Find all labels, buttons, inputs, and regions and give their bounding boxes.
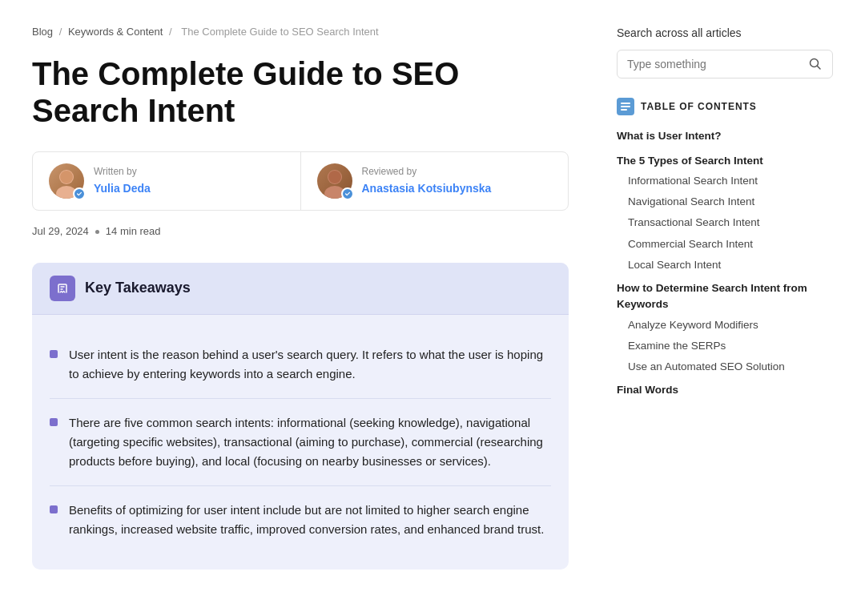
- toc-item-final: Final Words: [617, 380, 833, 400]
- bullet-3: [50, 505, 58, 513]
- toc-link-user-intent[interactable]: What is User Intent?: [617, 127, 833, 146]
- toc-sub-item-modifiers: Analyze Keyword Modifiers: [628, 316, 833, 334]
- toc-item-determine: How to Determine Search Intent from Keyw…: [617, 279, 833, 376]
- svg-rect-8: [621, 106, 630, 107]
- takeaway-item-3: Benefits of optimizing for user intent i…: [50, 486, 551, 554]
- author-avatar-yulia: [49, 163, 84, 199]
- toc-sub-item-commercial: Commercial Search Intent: [628, 236, 833, 253]
- toc-link-modifiers[interactable]: Analyze Keyword Modifiers: [628, 316, 833, 334]
- toc-sub-5-types: Informational Search Intent Navigational…: [617, 172, 833, 274]
- author-name-anastasia[interactable]: Anastasia Kotsiubynska: [362, 179, 492, 197]
- toc-icon: [617, 98, 634, 115]
- toc-item-user-intent: What is User Intent?: [617, 127, 833, 146]
- toc-link-final[interactable]: Final Words: [617, 380, 833, 400]
- toc-sub-item-local: Local Search Intent: [628, 256, 833, 274]
- svg-rect-7: [621, 103, 630, 104]
- search-button[interactable]: [808, 57, 823, 71]
- author-info-anastasia: Reviewed by Anastasia Kotsiubynska: [362, 164, 492, 198]
- toc-sub-item-navigational: Navigational Search Intent: [628, 193, 833, 211]
- toc-sub-item-serps: Examine the SERPs: [628, 337, 833, 355]
- search-box: [617, 50, 833, 79]
- toc-link-informational[interactable]: Informational Search Intent: [628, 172, 833, 190]
- meta-separator: [95, 230, 99, 234]
- authors-row: Written by Yulia Deda: [32, 151, 569, 211]
- bullet-2: [50, 418, 58, 426]
- takeaway-item-2: There are five common search intents: in…: [50, 399, 551, 486]
- author-name-yulia[interactable]: Yulia Deda: [94, 179, 151, 197]
- meta-row: Jul 29, 2024 14 min read: [32, 223, 569, 240]
- toc-header: TABLE OF CONTENTS: [617, 98, 833, 115]
- breadcrumb-sep2: /: [169, 26, 175, 38]
- toc-sub-determine: Analyze Keyword Modifiers Examine the SE…: [617, 316, 833, 376]
- breadcrumb-current: The Complete Guide to SEO Search Intent: [181, 26, 378, 38]
- article-title: The Complete Guide to SEO Search Intent: [32, 55, 569, 129]
- toc-link-5-types[interactable]: The 5 Types of Search Intent: [617, 151, 833, 171]
- toc-link-transactional[interactable]: Transactional Search Intent: [628, 214, 833, 232]
- author-info-yulia: Written by Yulia Deda: [94, 164, 151, 198]
- toc-sub-item-transactional: Transactional Search Intent: [628, 214, 833, 232]
- toc-link-local[interactable]: Local Search Intent: [628, 256, 833, 274]
- article-date: Jul 29, 2024: [32, 223, 89, 240]
- toc-link-commercial[interactable]: Commercial Search Intent: [628, 236, 833, 253]
- toc-sub-item-informational: Informational Search Intent: [628, 172, 833, 190]
- takeaway-text-2: There are five common search intents: in…: [69, 413, 551, 471]
- takeaways-title: Key Takeaways: [85, 276, 191, 300]
- toc-link-determine[interactable]: How to Determine Search Intent from Keyw…: [617, 279, 833, 315]
- search-icon: [808, 57, 823, 71]
- takeaway-item-1: User intent is the reason behind a user'…: [50, 331, 551, 399]
- toc-list: What is User Intent? The 5 Types of Sear…: [617, 127, 833, 400]
- search-input[interactable]: [627, 58, 808, 70]
- author-card-reviewer: Reviewed by Anastasia Kotsiubynska: [301, 152, 569, 210]
- toc-title: TABLE OF CONTENTS: [641, 99, 757, 115]
- author-card-writer: Written by Yulia Deda: [33, 152, 301, 210]
- author-badge-anastasia: [341, 187, 354, 200]
- breadcrumb-blog[interactable]: Blog: [32, 26, 53, 38]
- svg-point-2: [60, 171, 73, 183]
- toc-item-5-types: The 5 Types of Search Intent Information…: [617, 151, 833, 275]
- sidebar: Search across all articles TABLE OF CONT…: [617, 24, 833, 570]
- main-content: Blog / Keywords & Content / The Complete…: [32, 24, 569, 570]
- svg-point-5: [328, 171, 341, 183]
- takeaway-text-3: Benefits of optimizing for user intent i…: [69, 501, 551, 539]
- author-label-writer: Written by: [94, 164, 151, 179]
- toc-link-automated[interactable]: Use an Automated SEO Solution: [628, 358, 833, 376]
- breadcrumb: Blog / Keywords & Content / The Complete…: [32, 24, 569, 41]
- toc-sub-item-automated: Use an Automated SEO Solution: [628, 358, 833, 376]
- svg-rect-9: [621, 109, 627, 111]
- breadcrumb-keywords[interactable]: Keywords & Content: [68, 26, 163, 38]
- bullet-1: [50, 350, 58, 358]
- takeaways-list: User intent is the reason behind a user'…: [32, 315, 569, 570]
- breadcrumb-sep1: /: [59, 26, 65, 38]
- author-badge-yulia: [73, 187, 86, 200]
- page-wrapper: Blog / Keywords & Content / The Complete…: [0, 0, 865, 602]
- author-avatar-anastasia: [317, 163, 352, 199]
- author-label-reviewer: Reviewed by: [362, 164, 492, 179]
- article-read-time: 14 min read: [106, 223, 161, 240]
- takeaway-text-1: User intent is the reason behind a user'…: [69, 345, 551, 384]
- takeaways-header: Key Takeaways: [32, 263, 569, 315]
- takeaways-icon: [50, 276, 75, 301]
- toc-link-serps[interactable]: Examine the SERPs: [628, 337, 833, 355]
- takeaways-box: Key Takeaways User intent is the reason …: [32, 263, 569, 570]
- sidebar-search-label: Search across all articles: [617, 24, 833, 42]
- toc-link-navigational[interactable]: Navigational Search Intent: [628, 193, 833, 211]
